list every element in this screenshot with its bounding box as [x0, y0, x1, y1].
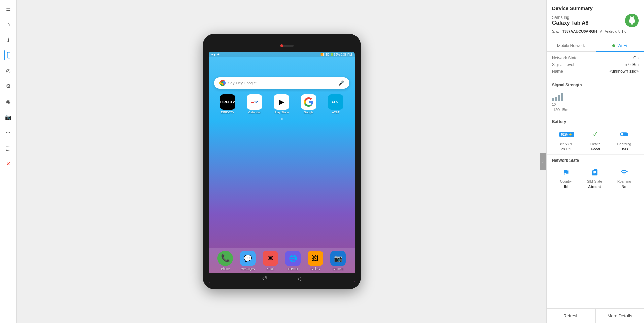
battery-health-icon: ✓ [588, 128, 603, 141]
battery-title: Battery [552, 119, 639, 124]
close-icon[interactable]: ✕ [4, 159, 13, 168]
battery-usb-icon [617, 128, 632, 141]
country-item: Country IN [560, 166, 572, 189]
sw-label: S/w: [552, 29, 559, 33]
device-info-row: Samsung Galaxy Tab A8 [552, 14, 639, 27]
sim-value: Absent [588, 185, 601, 189]
more-details-button[interactable]: More Details [596, 309, 644, 323]
signal-strength-title: Signal Strength [552, 83, 639, 87]
more-icon[interactable]: ••• [4, 128, 13, 137]
home-nav-btn[interactable]: □ [280, 275, 283, 281]
ssid-row: Name <unknown ssid> [552, 69, 639, 74]
google-search-bar[interactable]: Say 'Hey Google' 🎤 [214, 77, 349, 89]
signal-bar-3 [558, 95, 560, 101]
roaming-icon [620, 166, 628, 178]
battery-health-item: ✓ Health Good [588, 128, 603, 151]
sidebar: ☰ ⌂ ℹ ◎ ⚙ ◉ 📷 ••• ⬚ ✕ [0, 0, 17, 323]
recent-nav-btn[interactable]: ◁ [297, 275, 301, 282]
camera-icon[interactable]: 📷 [4, 112, 13, 122]
back-nav-btn[interactable]: ⏎ [262, 275, 267, 282]
menu-icon[interactable]: ☰ [4, 4, 13, 13]
tab-mobile-network[interactable]: Mobile Network [547, 40, 596, 52]
mic-icon: 🎤 [338, 80, 344, 86]
android-version: Android 8.1.0 [605, 29, 626, 33]
battery-charging-item: Charging USB [617, 128, 632, 151]
app-google[interactable]: Google [301, 94, 316, 114]
country-value: IN [564, 185, 568, 189]
app-messages[interactable]: 💬 Messages [240, 251, 256, 271]
app-directv[interactable]: DIRECTV DIRECTV [220, 94, 235, 114]
record-icon[interactable]: ◉ [4, 97, 13, 106]
signal-bar-2 [555, 97, 557, 101]
device-name-col: Samsung Galaxy Tab A8 [552, 15, 589, 26]
battery-percent-icon: 62% ⚡ [559, 128, 574, 141]
device-summary-header: Device Summary Samsung Galaxy Tab A8 S/w… [547, 0, 644, 40]
app-calendar[interactable]: ▬ 12 Calendar [247, 94, 262, 114]
home-icon[interactable]: ⌂ [4, 20, 13, 29]
status-right-text: 📶 4G 🔋62% 9:38 PM [320, 53, 352, 56]
phone-status-right: 📶 4G 🔋62% 9:38 PM [320, 53, 352, 56]
sw-row: S/w: T387AAUCU0ARGH V Android 8.1.0 [552, 29, 639, 33]
network-state-section: Network State Country IN SIM State A [547, 155, 644, 192]
roaming-label: Roaming [617, 180, 631, 183]
network-info-section: Network State On Signal Level -57 dBm Na… [547, 52, 644, 79]
roaming-value: No [622, 185, 627, 189]
search-placeholder: Say 'Hey Google' [228, 81, 336, 85]
main-content: ● ▶ ★ 📶 4G 🔋62% 9:38 PM Say 'Hey Goog [17, 0, 546, 323]
app-phone[interactable]: 📞 Phone [217, 251, 233, 271]
ssid-label: Name [552, 69, 563, 74]
page-dot [281, 118, 283, 120]
country-label: Country [560, 180, 572, 183]
android-v-label: V [600, 29, 602, 33]
signal-bar-1 [552, 98, 554, 101]
signal-multiplier: 1X [552, 102, 556, 106]
checkmark-icon: ✓ [592, 130, 598, 139]
refresh-button[interactable]: Refresh [547, 309, 596, 323]
tab-wifi-label: Wi-Fi [617, 43, 627, 48]
battery-bolt-icon: ⚡ [568, 133, 572, 136]
device-model: Galaxy Tab A8 [552, 20, 589, 26]
app-att[interactable]: AT&T AT&T [328, 94, 343, 114]
sim-icon [591, 166, 598, 178]
crop-icon[interactable]: ⬚ [4, 143, 13, 153]
battery-percent-badge: 62% ⚡ [559, 132, 574, 137]
tab-bar: Mobile Network Wi-Fi [547, 40, 644, 52]
battery-percent-value: 62% [561, 133, 568, 136]
battery-charging-value: USB [621, 147, 628, 151]
network-state-row: Network State On [552, 56, 639, 60]
tab-wifi[interactable]: Wi-Fi [596, 40, 644, 52]
phone-top-bar [209, 41, 355, 50]
signal-bar-4 [561, 93, 563, 101]
target-icon[interactable]: ◎ [4, 66, 13, 75]
sim-label: SIM State [587, 180, 602, 183]
app-email[interactable]: ✉ Email [263, 251, 278, 271]
phone-screen[interactable]: ● ▶ ★ 📶 4G 🔋62% 9:38 PM Say 'Hey Goog [209, 52, 355, 283]
roaming-item: Roaming No [617, 166, 631, 189]
signal-level-value: -57 dBm [623, 62, 639, 67]
app-gallery[interactable]: 🖼 Gallery [308, 251, 323, 271]
signal-bars [552, 91, 639, 101]
device-brand: Samsung [552, 15, 589, 20]
signal-strength-section: Signal Strength 1X -120 dBm [547, 79, 644, 116]
network-state-title: Network State [552, 158, 639, 163]
panel-title: Device Summary [552, 5, 639, 11]
phone-mockup: ● ▶ ★ 📶 4G 🔋62% 9:38 PM Say 'Hey Goog [203, 34, 361, 289]
page-indicator [209, 118, 355, 120]
ssid-value: <unknown ssid> [609, 69, 639, 74]
bottom-buttons: Refresh More Details [547, 308, 644, 323]
app-camera[interactable]: 📷 Camera [330, 251, 346, 271]
app-playstore[interactable]: ▶ Play Store [274, 94, 289, 114]
android-badge [625, 14, 639, 27]
panel-toggle[interactable]: › [540, 153, 546, 170]
info-icon[interactable]: ℹ [4, 35, 13, 44]
battery-temp-c: 28.1 °C [561, 147, 572, 151]
phone-camera [280, 44, 283, 47]
signal-level-row: Signal Level -57 dBm [552, 62, 639, 67]
app-internet[interactable]: 🌐 Internet [285, 251, 301, 271]
sim-item: SIM State Absent [587, 166, 602, 189]
app-dock: 📞 Phone 💬 Messages ✉ Email 🌐 Internet 🖼 [209, 248, 355, 273]
sliders-icon[interactable]: ⚙ [4, 81, 13, 91]
google-logo [219, 80, 226, 86]
device-icon[interactable] [4, 50, 13, 60]
phone-status-left: ● ▶ ★ [211, 53, 220, 56]
